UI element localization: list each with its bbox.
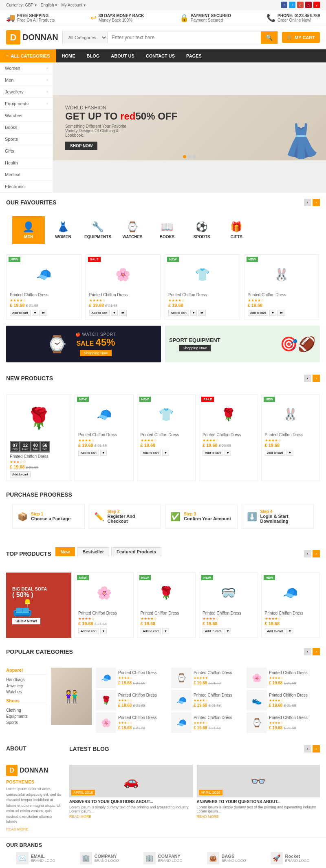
wishlist-button[interactable]: ♥ [100, 450, 107, 456]
wishlist-button[interactable]: ♥ [111, 310, 118, 316]
wishlist-button[interactable]: ♥ [225, 628, 231, 634]
new-product-2[interactable]: NEW 👕 Printed Chiffon Dress ★★★★☆ £ 19.6… [137, 394, 196, 481]
new-product-1[interactable]: NEW 🧢 Printed Chiffon Dress ★★★★☆ £ 19.6… [75, 394, 134, 481]
wishlist-button[interactable]: ♥ [162, 628, 169, 634]
top-product-3[interactable]: NEW 🥽 Printed Chiffon Dress ★★★★☆ £ 19.6… [199, 573, 258, 638]
compare-button[interactable]: ⇄ [119, 310, 127, 316]
new-products-next[interactable]: › [313, 375, 320, 382]
compare-button[interactable]: ⇄ [40, 310, 47, 316]
top-featured-banner[interactable]: BIG DEAL SOFA ( 50% ) 🛋️ SHOP NOW! [6, 573, 71, 638]
fav-product-4[interactable]: NEW 🐰 Printed Chiffon Dress ★★★★☆ £ 19.6… [244, 254, 319, 320]
search-input[interactable] [108, 32, 261, 43]
sidebar-item-sports[interactable]: Sports [0, 133, 53, 145]
add-to-cart-button[interactable]: Add to cart [141, 628, 161, 634]
pop-cat-product-7[interactable]: 🌸 Printed Chiffon Dress ★★★☆☆ £ 19.68£ 2… [96, 713, 169, 733]
pop-cat-item[interactable]: Handbags [6, 677, 47, 683]
pop-cat-item[interactable]: Sports [6, 719, 47, 726]
pinterest-icon[interactable]: p [305, 2, 312, 8]
facebook-icon[interactable]: f [281, 2, 287, 8]
sidebar-item-medical[interactable]: Medical [0, 169, 53, 181]
add-to-cart-button[interactable]: Add to cart [78, 628, 99, 634]
new-products-prev[interactable]: ‹ [304, 375, 311, 382]
hero-dot-3[interactable] [193, 155, 196, 158]
fav-product-3[interactable]: NEW 👕 Printed Chiffon Dress ★★★★☆ £ 19.6… [165, 254, 240, 320]
fav-item-gifts[interactable]: 🎁 GIFTS [220, 216, 253, 244]
blog-prev[interactable]: ‹ [304, 745, 311, 753]
big-deal-shop-button[interactable]: SHOP NOW! [12, 618, 40, 624]
all-categories-toggle[interactable]: ≡ ALL CATEGORIES [0, 49, 56, 62]
sidebar-item-books[interactable]: Books [0, 122, 53, 133]
sidebar-item-women[interactable]: Women› [0, 62, 53, 74]
wishlist-button[interactable]: ♥ [286, 450, 293, 456]
pop-cat-product-8[interactable]: 🧢 Printed Chiffon Dress ★★★★☆ £ 19.68£ 2… [171, 713, 244, 733]
add-to-cart-button[interactable]: Add to cart [78, 450, 99, 456]
logo[interactable]: D DONNAN [6, 30, 58, 44]
pop-cat-product-1[interactable]: 🧢 Printed Chiffon Dress ★★★★☆ £ 19.68£ 2… [96, 668, 169, 688]
new-product-featured[interactable]: 🌹 07Day 12Hour 40Min 56Sec Printed Chiff… [6, 394, 71, 481]
blog-post-1-read-more[interactable]: READ MORE [69, 815, 193, 819]
nav-pages[interactable]: PAGES [181, 49, 207, 62]
sidebar-item-jewellery[interactable]: Jewellery› [0, 86, 53, 98]
watch-shop-button[interactable]: Shopping Now [80, 350, 112, 356]
nav-home[interactable]: HOME [56, 49, 81, 62]
tab-featured[interactable]: Featured Products [111, 547, 161, 556]
add-to-cart-button[interactable]: Add to cart [141, 450, 161, 456]
top-product-2[interactable]: NEW 🌹 Printed Chiffon Dress ★★★★☆ £ 19.6… [137, 573, 196, 638]
sidebar-item-equipments[interactable]: Equipments› [0, 98, 53, 110]
nav-blog[interactable]: BLOG [81, 49, 106, 62]
pop-cat-product-9[interactable]: ⌚ Printed Chiffon Dress ★★★★☆ £ 19.68£ 2… [247, 713, 320, 733]
pop-cat-item[interactable]: Equipments [6, 713, 47, 719]
nav-contact[interactable]: CONTACT US [140, 49, 181, 62]
brand-rocket[interactable]: 🚀 Rocket BRAND LOGO [271, 852, 309, 864]
cart-button[interactable]: 🛒 MY CART [282, 32, 320, 43]
twitter-icon[interactable]: t [289, 2, 295, 8]
fav-item-equipments[interactable]: 🔧 EQUIPMENTS [82, 216, 114, 244]
wishlist-button[interactable]: ♥ [100, 628, 107, 634]
sidebar-item-watches[interactable]: Watches [0, 110, 53, 122]
add-to-cart-button[interactable]: Add to cart [265, 628, 286, 634]
fav-item-books[interactable]: 📖 BOOKS [151, 216, 183, 244]
top-product-4[interactable]: NEW 🧢 Printed Chiffon Dress ★★★★☆ £ 19.6… [261, 573, 320, 638]
compare-button[interactable]: ⇄ [198, 310, 206, 316]
add-to-cart-button[interactable]: Add to cart [203, 628, 223, 634]
fav-item-women[interactable]: 👗 WOMEN [47, 216, 79, 244]
pop-cat-product-6[interactable]: 👟 Printed Chiffon Dress ★★★★☆ £ 19.68£ 2… [247, 690, 320, 710]
add-to-cart-button[interactable]: Add to cart [248, 310, 269, 316]
currency-selector[interactable]: Currency: GBP ▾ [6, 3, 37, 7]
fav-item-men[interactable]: 👤 MEN [12, 216, 45, 244]
pop-cat-product-5[interactable]: 🧢 Printed Chiffon Dress ★★★★☆ £ 19.68£ 2… [171, 690, 244, 710]
blog-next[interactable]: › [313, 745, 320, 753]
pop-cat-item[interactable]: Jewellery [6, 683, 47, 689]
add-to-cart-button[interactable]: Add to cart [168, 310, 189, 316]
fav-product-1[interactable]: NEW 🧢 Printed Chiffon Dress ★★★★☆ £ 19.6… [6, 254, 82, 320]
tab-bestseller[interactable]: Bestseller [77, 547, 109, 556]
compare-button[interactable]: ⇄ [278, 310, 285, 316]
top-product-1[interactable]: NEW 🌸 Printed Chiffon Dress ★★★★☆ £ 19.6… [75, 573, 134, 638]
pop-cat-item[interactable]: Clothing [6, 707, 47, 713]
brand-email[interactable]: ✉️ EMAIL BRAND LOGO [16, 852, 55, 864]
tab-new[interactable]: New [55, 547, 75, 556]
pop-cat-item[interactable]: Watches [6, 689, 47, 695]
favourites-next[interactable]: › [313, 199, 320, 206]
sport-shop-button[interactable]: Shopping Now [179, 345, 211, 351]
brand-bags[interactable]: 👜 BAGS BRAND LOGO [207, 852, 246, 864]
new-product-4[interactable]: NEW 🐰 Printed Chiffon Dress ★★★★☆ £ 19.6… [261, 394, 320, 481]
sidebar-item-health[interactable]: Health [0, 157, 53, 169]
top-prev[interactable]: ‹ [304, 550, 311, 557]
add-to-cart-button[interactable]: Add to cart [10, 471, 31, 477]
googleplus-icon[interactable]: g [297, 2, 304, 8]
brand-company-2[interactable]: 🏢 COMPANY BRAND LOGO [143, 852, 182, 864]
category-select[interactable]: All Categories [63, 32, 108, 43]
top-next[interactable]: › [313, 550, 320, 557]
language-selector[interactable]: English ▾ [41, 3, 57, 7]
pop-cat-prev[interactable]: ‹ [304, 648, 311, 655]
fav-item-sports[interactable]: ⚽ SPORTS [185, 216, 218, 244]
wishlist-button[interactable]: ♥ [269, 310, 276, 316]
fav-item-watches[interactable]: ⌚ WATCHES [116, 216, 149, 244]
sidebar-item-electronic[interactable]: Electronic [0, 181, 53, 193]
nav-about[interactable]: ABOUT US [105, 49, 140, 62]
wishlist-button[interactable]: ♥ [286, 628, 293, 634]
pop-cat-next[interactable]: › [313, 648, 320, 655]
add-to-cart-button[interactable]: Add to cart [203, 450, 223, 456]
wishlist-button[interactable]: ♥ [225, 450, 231, 456]
